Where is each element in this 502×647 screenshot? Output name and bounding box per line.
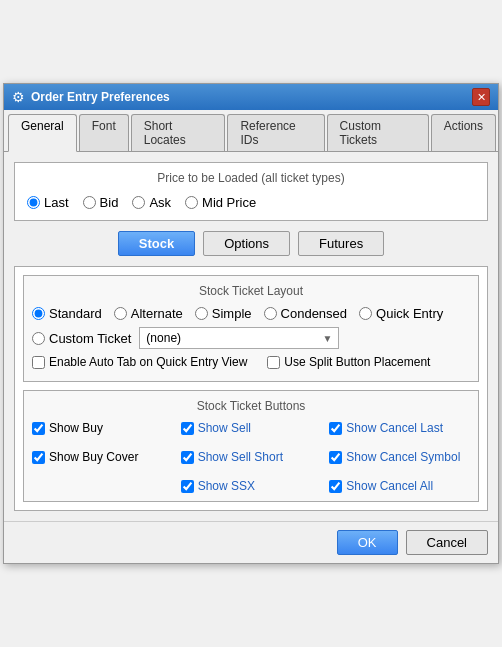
stock-ticket-layout: Stock Ticket Layout Standard Alternate S…	[23, 275, 479, 382]
radio-bid[interactable]: Bid	[83, 195, 119, 210]
footer: OK Cancel	[4, 521, 498, 563]
price-section: Price to be Loaded (all ticket types) La…	[14, 162, 488, 221]
checkbox-show-sell-short[interactable]: Show Sell Short	[181, 450, 322, 464]
tab-short-locates[interactable]: Short Locates	[131, 114, 226, 151]
radio-alternate[interactable]: Alternate	[114, 306, 183, 321]
stock-inner-box: Stock Ticket Layout Standard Alternate S…	[14, 266, 488, 511]
col3: Show Cancel Last Show Cancel Symbol Show…	[329, 421, 470, 493]
window-title: Order Entry Preferences	[31, 90, 170, 104]
custom-ticket-row: Custom Ticket (none) ▼	[32, 327, 470, 349]
cancel-button[interactable]: Cancel	[406, 530, 488, 555]
radio-standard[interactable]: Standard	[32, 306, 102, 321]
price-section-title: Price to be Loaded (all ticket types)	[23, 171, 479, 185]
col1: Show Buy Show Buy Cover	[32, 421, 173, 493]
radio-last[interactable]: Last	[27, 195, 69, 210]
layout-checkboxes: Enable Auto Tab on Quick Entry View Use …	[32, 355, 470, 369]
ok-button[interactable]: OK	[337, 530, 398, 555]
checkbox-show-ssx[interactable]: Show SSX	[181, 479, 322, 493]
checkbox-show-cancel-last[interactable]: Show Cancel Last	[329, 421, 470, 435]
futures-button[interactable]: Futures	[298, 231, 384, 256]
checkbox-show-cancel-all[interactable]: Show Cancel All	[329, 479, 470, 493]
title-bar: ⚙ Order Entry Preferences ✕	[4, 84, 498, 110]
tabs-bar: General Font Short Locates Reference IDs…	[4, 110, 498, 152]
checkbox-show-buy[interactable]: Show Buy	[32, 421, 173, 435]
col2: Show Sell Show Sell Short Show SSX	[181, 421, 322, 493]
tab-custom-tickets[interactable]: Custom Tickets	[327, 114, 429, 151]
checkbox-show-buy-cover[interactable]: Show Buy Cover	[32, 450, 173, 464]
dropdown-arrow-icon: ▼	[322, 333, 332, 344]
custom-ticket-dropdown[interactable]: (none) ▼	[139, 327, 339, 349]
options-button[interactable]: Options	[203, 231, 290, 256]
tab-reference-ids[interactable]: Reference IDs	[227, 114, 324, 151]
stock-ticket-buttons: Stock Ticket Buttons Show Buy Show Buy C…	[23, 390, 479, 502]
radio-condensed[interactable]: Condensed	[264, 306, 348, 321]
checkbox-auto-tab[interactable]: Enable Auto Tab on Quick Entry View	[32, 355, 247, 369]
checkbox-show-cancel-symbol[interactable]: Show Cancel Symbol	[329, 450, 470, 464]
tab-font[interactable]: Font	[79, 114, 129, 151]
price-radio-row: Last Bid Ask Mid Price	[23, 193, 479, 212]
close-button[interactable]: ✕	[472, 88, 490, 106]
stock-button[interactable]: Stock	[118, 231, 195, 256]
radio-mid-price[interactable]: Mid Price	[185, 195, 256, 210]
radio-custom-ticket[interactable]: Custom Ticket	[32, 331, 131, 346]
window-icon: ⚙	[12, 89, 25, 105]
tab-general[interactable]: General	[8, 114, 77, 152]
layout-radio-row: Standard Alternate Simple Condensed	[32, 306, 470, 321]
tab-actions[interactable]: Actions	[431, 114, 496, 151]
stock-ticket-layout-title: Stock Ticket Layout	[32, 284, 470, 298]
radio-quick-entry[interactable]: Quick Entry	[359, 306, 443, 321]
checkbox-show-sell[interactable]: Show Sell	[181, 421, 322, 435]
radio-simple[interactable]: Simple	[195, 306, 252, 321]
show-buttons-grid: Show Buy Show Buy Cover Show Sell	[32, 421, 470, 493]
radio-ask[interactable]: Ask	[132, 195, 171, 210]
type-buttons-row: Stock Options Futures	[14, 231, 488, 256]
main-window: ⚙ Order Entry Preferences ✕ General Font…	[3, 83, 499, 564]
checkbox-split-button[interactable]: Use Split Button Placement	[267, 355, 430, 369]
content-area: Price to be Loaded (all ticket types) La…	[4, 152, 498, 521]
stock-ticket-buttons-title: Stock Ticket Buttons	[32, 399, 470, 413]
